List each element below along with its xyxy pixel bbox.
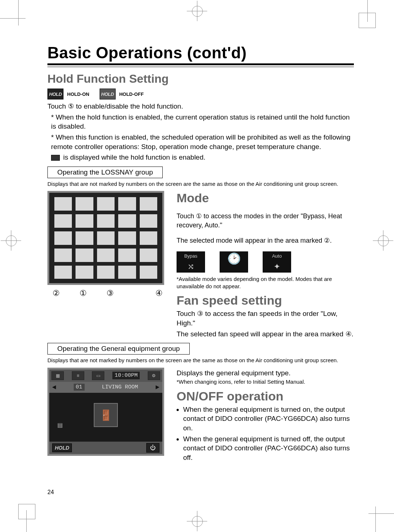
grid-cell <box>140 197 157 211</box>
callout-3: ③ <box>107 289 114 298</box>
hold-button-icon: HOLD <box>52 443 72 452</box>
fan-line2: The selected fan speed will appear in th… <box>177 329 354 339</box>
onoff-column: Displays the general equipment type. *Wh… <box>177 368 354 464</box>
hold-instruction: Touch ⑤ to enable/disable the hold funct… <box>47 102 354 111</box>
mode-note: *Available mode varies depending on the … <box>177 275 354 290</box>
grid-cell <box>76 197 93 211</box>
clock-icon: 🕑 <box>227 253 241 264</box>
hold-off-label: HOLD-OFF <box>119 91 144 97</box>
lossnay-screen <box>47 191 164 285</box>
general-screen: ▦ ≡ ▭ 10:00PM ⚙ ◄ 01 LIVING ROOM ► 🚪 ▤ <box>47 368 164 456</box>
general-fine-print: Displays that are not marked by numbers … <box>47 357 354 364</box>
list-view-icon: ≡ <box>72 371 84 380</box>
hold-on-icon: HOLD <box>47 89 63 99</box>
grid-cell <box>54 197 72 211</box>
fan-heading: Fan speed setting <box>177 293 354 308</box>
lossnay-screen-column: ② ① ③ ④ <box>47 191 168 298</box>
registration-mark <box>376 233 390 248</box>
mode-icon-bypass: Bypas ⤭ <box>177 251 205 273</box>
general-screen-column: ▦ ≡ ▭ 10:00PM ⚙ ◄ 01 LIVING ROOM ► 🚪 ▤ <box>47 368 168 456</box>
grid-view-icon: ▦ <box>51 371 64 380</box>
grid-cell <box>140 214 157 228</box>
crop-mark <box>367 0 368 22</box>
group-grid <box>54 197 157 279</box>
grid-cell <box>140 249 157 262</box>
grid-cell <box>140 231 157 245</box>
grid-cell <box>97 231 115 245</box>
grid-cell <box>118 249 136 262</box>
onoff-bullet-2: When the general equipment is turned off… <box>183 434 354 462</box>
grid-cell <box>118 231 136 245</box>
general-right-note: *When changing icons, refer to Initial S… <box>177 378 354 386</box>
single-view-icon: ▭ <box>92 371 104 380</box>
callout-1: ① <box>80 289 87 298</box>
title-rule <box>47 63 354 67</box>
mode-line1: Touch ① to access the modes in the order… <box>177 212 354 230</box>
page-number: 24 <box>47 489 54 496</box>
lossnay-row: ② ① ③ ④ Mode Touch ① to access the modes… <box>47 191 354 340</box>
group-number: 01 <box>74 384 85 391</box>
lossnay-box-label: Operating the LOSSNAY group <box>47 167 163 178</box>
gen-main-area: 🚪 ▤ <box>49 393 162 442</box>
gen-bottom-bar: HOLD ⏻ <box>49 442 162 454</box>
general-right-line1: Displays the general equipment type. <box>177 368 354 378</box>
grid-cell <box>118 266 136 279</box>
hold-inline-icon <box>51 155 60 161</box>
clock-readout: 10:00PM <box>112 372 140 379</box>
grid-cell <box>76 214 93 228</box>
hold-note-3: is displayed while the hold function is … <box>47 153 354 162</box>
mode-icons: Bypas ⤭ 🕑 Auto ✦ <box>177 251 354 273</box>
crop-mark <box>368 513 394 514</box>
hold-off-icon: HOLD <box>100 89 116 99</box>
hold-note-1: * When the hold function is enabled, the… <box>47 113 354 131</box>
hold-on-icon-text: HOLD <box>49 91 62 97</box>
grid-cell <box>76 231 93 245</box>
gen-top-bar: ▦ ≡ ▭ 10:00PM ⚙ <box>49 369 162 382</box>
callout-4: ④ <box>155 289 163 298</box>
grid-cell <box>76 249 93 262</box>
grid-cell <box>97 197 115 211</box>
registration-mark <box>4 233 18 248</box>
mode-icon-auto-label: Auto <box>272 253 282 259</box>
grid-cell <box>118 197 136 211</box>
grid-cell <box>97 214 115 228</box>
onoff-heading: ON/OFF operation <box>177 389 354 403</box>
grid-cell <box>54 249 72 262</box>
prev-arrow-icon: ◄ <box>52 384 56 391</box>
crop-mark <box>375 506 376 532</box>
gen-room-bar: ◄ 01 LIVING ROOM ► <box>49 382 162 393</box>
grid-cell <box>97 249 115 262</box>
crop-mark <box>18 504 35 519</box>
hold-note-2: * When this function is enabled, the sch… <box>47 133 354 151</box>
power-button-icon: ⏻ <box>146 443 159 453</box>
hold-heading: Hold Function Setting <box>47 72 354 86</box>
hold-on-label: HOLD-ON <box>67 91 89 97</box>
registration-mark <box>190 514 204 528</box>
lossnay-fine-print: Displays that are not marked by numbers … <box>47 180 354 188</box>
auto-glyph-icon: ✦ <box>274 263 280 271</box>
manual-page: Basic Operations (cont'd) Hold Function … <box>0 0 394 532</box>
registration-mark <box>190 4 204 18</box>
status-icon: ▤ <box>57 422 63 429</box>
callout-row: ② ① ③ ④ <box>47 289 168 298</box>
hold-off-icon-text: HOLD <box>101 91 114 97</box>
mode-column: Mode Touch ① to access the modes in the … <box>177 191 354 340</box>
general-box-label: Operating the General equipment group <box>47 343 190 355</box>
mode-heading: Mode <box>177 191 354 205</box>
mode-line2: The selected mode will appear in the are… <box>177 236 354 245</box>
onoff-bullet-1: When the general equipment is turned on,… <box>183 405 354 433</box>
hold-icon-row: HOLD HOLD-ON HOLD HOLD-OFF <box>47 89 354 99</box>
crop-mark <box>18 0 19 26</box>
hold-note-3-text: is displayed while the hold function is … <box>61 153 205 161</box>
mode-icon-bypass-label: Bypas <box>184 253 197 259</box>
equipment-type-icon: 🚪 <box>94 403 118 427</box>
crop-mark <box>26 510 27 532</box>
callout-2: ② <box>53 289 60 298</box>
general-row: ▦ ≡ ▭ 10:00PM ⚙ ◄ 01 LIVING ROOM ► 🚪 ▤ <box>47 368 354 464</box>
mode-icon-heat-recovery: 🕑 <box>220 251 248 273</box>
grid-cell <box>54 231 72 245</box>
grid-cell <box>140 266 157 279</box>
grid-cell <box>97 266 115 279</box>
fan-line1: Touch ③ to access the fan speeds in the … <box>177 309 354 328</box>
grid-cell <box>54 214 72 228</box>
